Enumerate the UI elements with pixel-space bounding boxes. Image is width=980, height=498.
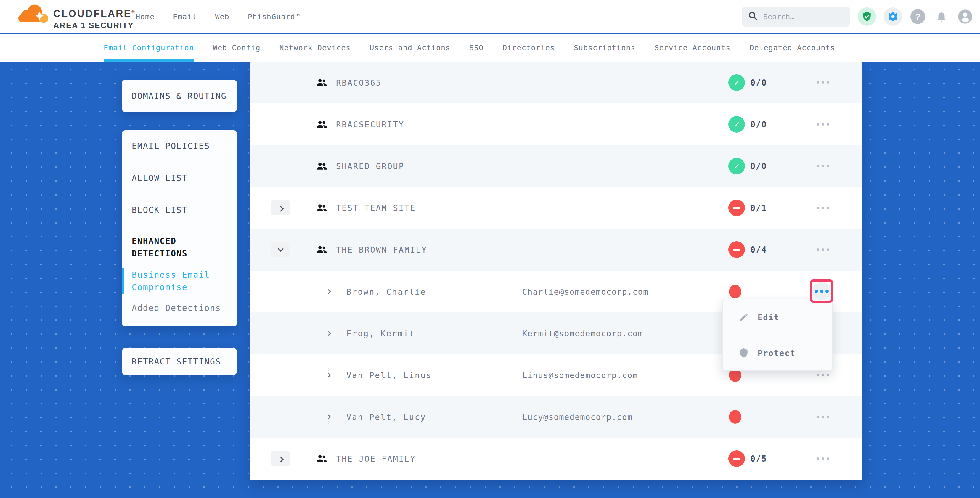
row-actions-menu: Edit Protect: [722, 299, 833, 371]
expand-toggle-button[interactable]: [271, 200, 290, 215]
group-name: THE JOE FAMILY: [336, 454, 416, 463]
sidebar-item-enhanced-detections[interactable]: ENHANCED DETECTIONS: [122, 226, 237, 260]
sidebar-item-block-list[interactable]: BLOCK LIST: [122, 194, 237, 226]
app-header: CLOUDFLARE® AREA 1 SECURITY HomeEmailWeb…: [0, 0, 980, 33]
table-row-group[interactable]: THE BROWN FAMILY 0/4: [250, 229, 862, 270]
action-target-highlight: [810, 280, 834, 302]
group-name: TEST TEAM SITE: [336, 204, 416, 213]
sidebar-policies-card: EMAIL POLICIES ALLOW LIST BLOCK LIST ENH…: [122, 130, 237, 326]
table-row-group[interactable]: SHARED_GROUP 0/0: [250, 145, 862, 187]
table-row-group[interactable]: RBACSECURITY 0/0: [250, 103, 862, 145]
sidebar-subitem-business-email-compromise[interactable]: Business Email Compromise: [122, 267, 237, 296]
group-name: SHARED_GROUP: [336, 161, 404, 170]
status-badge: [728, 116, 745, 133]
tab-web-config[interactable]: Web Config: [213, 34, 261, 62]
search-icon: [748, 11, 758, 22]
row-menu-button[interactable]: [814, 160, 832, 172]
brand-logo[interactable]: CLOUDFLARE® AREA 1 SECURITY: [17, 2, 135, 30]
protected-count: 0/0: [750, 161, 767, 171]
protect-menu-item[interactable]: Protect: [723, 335, 832, 371]
group-name: RBACSECURITY: [336, 119, 404, 129]
chevron-icon: [278, 457, 284, 463]
table-row-group[interactable]: THE JOE FAMILY 0/5: [250, 438, 862, 480]
chevron-icon: [278, 246, 284, 252]
chevron-right-icon[interactable]: [326, 289, 331, 294]
shield-status-icon[interactable]: [858, 7, 876, 26]
status-badge: [728, 74, 745, 91]
person-email: Lucy@somedemocorp.com: [522, 412, 633, 422]
protected-count: 0/5: [750, 454, 767, 464]
expand-toggle-button[interactable]: [271, 451, 290, 466]
expand-toggle-button[interactable]: [271, 242, 290, 257]
person-name: Van Pelt, Lucy: [347, 412, 426, 422]
secondary-nav: Email ConfigurationWeb ConfigNetwork Dev…: [0, 34, 980, 62]
tab-subscriptions[interactable]: Subscriptions: [574, 34, 636, 62]
shield-icon: [739, 348, 749, 358]
primary-nav-item-home[interactable]: Home: [135, 13, 154, 21]
sidebar-item-allow-list[interactable]: ALLOW LIST: [122, 162, 237, 194]
sidebar-item-retract-settings[interactable]: RETRACT SETTINGS: [122, 348, 237, 375]
chevron-icon: [278, 206, 284, 212]
person-name: Brown, Charlie: [347, 287, 426, 296]
header-icon-group: ?: [858, 0, 973, 33]
person-name: Frog, Kermit: [347, 329, 415, 338]
status-dot: [729, 410, 741, 424]
primary-nav: HomeEmailWebPhishGuard™: [135, 0, 300, 33]
person-email: Linus@somedemocorp.com: [522, 371, 638, 380]
person-name: Van Pelt, Linus: [347, 371, 432, 380]
primary-nav-item-email[interactable]: Email: [173, 13, 197, 21]
tab-email-configuration[interactable]: Email Configuration: [103, 34, 194, 62]
group-people-icon: [316, 78, 328, 87]
brand-subtitle: AREA 1 SECURITY: [53, 21, 135, 30]
primary-nav-item-web[interactable]: Web: [215, 13, 229, 21]
tab-delegated-accounts[interactable]: Delegated Accounts: [749, 34, 835, 62]
area1-security-app: CLOUDFLARE® AREA 1 SECURITY HomeEmailWeb…: [0, 0, 980, 498]
protected-count: 0/4: [750, 245, 767, 255]
search-input[interactable]: [763, 13, 844, 21]
row-menu-button[interactable]: [814, 243, 832, 256]
registered-mark: ®: [132, 10, 134, 14]
help-icon[interactable]: ?: [910, 9, 926, 25]
settings-gear-icon[interactable]: [884, 7, 902, 26]
row-menu-button[interactable]: [814, 453, 832, 465]
chevron-right-icon[interactable]: [326, 331, 331, 336]
table-row-person[interactable]: Van Pelt, Lucy Lucy@somedemocorp.com: [250, 396, 862, 438]
row-menu-button[interactable]: [814, 411, 832, 423]
users-groups-table: RBACO365 0/0 RBACSECURITY 0/0: [250, 62, 862, 480]
row-menu-button[interactable]: [814, 77, 832, 89]
table-row-group[interactable]: RBACO365 0/0: [250, 62, 862, 103]
account-icon[interactable]: [957, 9, 973, 25]
edit-menu-item[interactable]: Edit: [723, 299, 832, 335]
sidebar-item-email-policies[interactable]: EMAIL POLICIES: [122, 130, 237, 162]
tab-users-and-actions[interactable]: Users and Actions: [369, 34, 450, 62]
status-badge: [728, 200, 745, 216]
sidebar-item-domains-routing[interactable]: DOMAINS & ROUTING: [122, 80, 237, 112]
sidebar-subitem-added-detections[interactable]: Added Detections: [122, 300, 237, 316]
tab-network-devices[interactable]: Network Devices: [280, 34, 351, 62]
status-dot: [729, 285, 741, 298]
brand-title: CLOUDFLARE®: [53, 4, 135, 21]
chevron-right-icon[interactable]: [326, 415, 331, 420]
active-row-menu-button[interactable]: [813, 282, 831, 300]
status-badge: [728, 241, 745, 258]
group-people-icon: [316, 454, 328, 463]
sidebar-item-label: DOMAINS & ROUTING: [132, 91, 227, 101]
search-box[interactable]: [742, 6, 850, 27]
person-email: Charlie@somedemocorp.com: [522, 287, 648, 296]
tab-service-accounts[interactable]: Service Accounts: [655, 34, 731, 62]
tab-sso[interactable]: SSO: [469, 34, 484, 62]
group-name: RBACO365: [336, 78, 382, 87]
table-row-group[interactable]: TEST TEAM SITE 0/1: [250, 187, 862, 229]
row-menu-button[interactable]: [814, 202, 832, 214]
tab-directories[interactable]: Directories: [503, 34, 555, 62]
group-people-icon: [316, 204, 328, 212]
row-menu-button[interactable]: [814, 118, 832, 130]
group-people-icon: [316, 120, 328, 129]
person-email: Kermit@somedemocorp.com: [522, 329, 643, 338]
protected-count: 0/0: [750, 119, 767, 129]
group-people-icon: [316, 245, 328, 254]
protected-count: 0/0: [750, 78, 767, 88]
primary-nav-item-phishguard-[interactable]: PhishGuard™: [248, 13, 300, 21]
notifications-bell-icon[interactable]: [934, 9, 950, 25]
chevron-right-icon[interactable]: [326, 372, 331, 377]
